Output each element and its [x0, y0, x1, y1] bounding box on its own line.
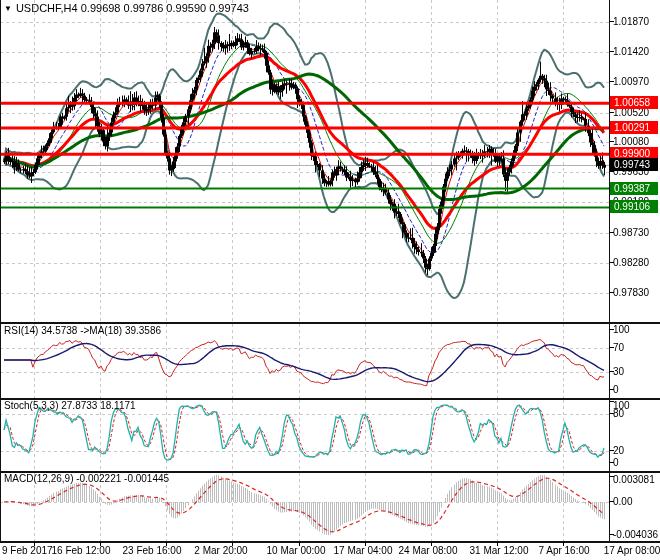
time-axis-label: 31 Mar 12:00 — [470, 545, 529, 556]
trading-chart-window: ▼USDCHF,H4 0.99698 0.99786 0.99590 0.997… — [0, 0, 660, 560]
price-axis-label: 1.00970 — [613, 76, 659, 88]
time-axis-label: 2 Mar 20:00 — [194, 545, 247, 556]
time-axis-label: 17 Mar 04:00 — [334, 545, 393, 556]
time-axis-label: 17 Apr 08:00 — [604, 545, 660, 556]
time-axis-label: 24 Mar 08:00 — [399, 545, 458, 556]
symbol-timeframe-label: USDCHF,H4 — [16, 2, 78, 14]
ohlc-values: 0.99698 0.99786 0.99590 0.99743 — [81, 2, 249, 14]
price-axis-label: 0.98280 — [613, 257, 659, 269]
chart-title: ▼USDCHF,H4 0.99698 0.99786 0.99590 0.997… — [4, 2, 249, 14]
macd-axis-label: -0.004036 — [613, 529, 658, 541]
stoch-axis-label: 0 — [613, 457, 619, 469]
price-axis-badge-black: 0.99743 — [610, 158, 658, 171]
price-axis-label: 1.01870 — [613, 16, 659, 28]
stoch-axis-label: 20 — [613, 445, 624, 457]
time-axis-label: 7 Apr 16:00 — [538, 545, 589, 556]
rsi-axis-label: 100 — [613, 324, 630, 336]
time-axis-label: 23 Feb 16:00 — [123, 545, 182, 556]
chart-overlay: ▼USDCHF,H4 0.99698 0.99786 0.99590 0.997… — [0, 0, 660, 560]
price-axis-label: 1.01420 — [613, 46, 659, 58]
time-axis-label: 10 Mar 00:00 — [267, 545, 326, 556]
price-axis-badge-green: 0.99387 — [610, 182, 658, 195]
price-axis-label: 0.97830 — [613, 287, 659, 299]
macd-indicator-label: MACD(12,26,9) -0.002221 -0.001445 — [4, 473, 169, 484]
price-axis-badge-green: 0.99106 — [610, 200, 658, 213]
price-axis-label: 0.98730 — [613, 227, 659, 239]
time-axis-label: 9 Feb 2017 — [2, 545, 53, 556]
stoch-axis-label: 80 — [613, 408, 624, 420]
rsi-axis-label: 30 — [613, 366, 624, 378]
stoch-indicator-label: Stoch(5,3,3) 27.8733 18.1171 — [4, 400, 136, 411]
rsi-axis-label: 70 — [613, 342, 624, 354]
rsi-indicator-label: RSI(14) 34.5738 ->MA(18) 39.3586 — [4, 325, 161, 336]
price-axis-badge-red: 1.00658 — [610, 96, 658, 109]
time-axis-label: 16 Feb 12:00 — [52, 545, 111, 556]
symbol-dropdown-icon[interactable]: ▼ — [4, 4, 12, 13]
macd-axis-label: 0.00 — [613, 496, 632, 508]
price-axis-badge-red: 1.00291 — [610, 121, 658, 134]
macd-axis-label: 0.003081 — [613, 474, 655, 486]
rsi-axis-label: 0 — [613, 384, 619, 396]
